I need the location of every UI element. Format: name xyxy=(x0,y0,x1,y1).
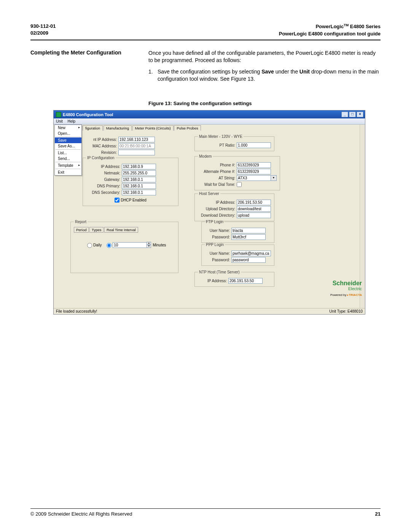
modem-group: Modem Phone #: Alternate Phone #: AT Str… xyxy=(194,154,280,190)
menu-help[interactable]: Help xyxy=(68,119,76,123)
report-group: Report Period Types Real Time Interval D… xyxy=(70,220,178,273)
menu-item-exit[interactable]: Exit xyxy=(55,169,81,175)
menu-item-template[interactable]: Template▸ xyxy=(55,163,81,168)
tabs: figuration Manufacturing Meter Points (C… xyxy=(83,125,201,131)
menu-item-list[interactable]: List... xyxy=(55,150,81,156)
status-message: File loaded successfully! xyxy=(56,309,97,313)
netmask-label: Netmask: xyxy=(86,171,122,175)
guide-title: PowerLogic E4800 configuration tool guid… xyxy=(279,30,381,37)
pt-ratio-input[interactable] xyxy=(237,142,271,148)
section-heading: Completing the Meter Configuration xyxy=(30,50,148,85)
at-string-input[interactable] xyxy=(237,175,271,181)
ppp-login-legend: PPP Login xyxy=(205,243,225,247)
page-number: 21 xyxy=(375,511,381,517)
ident-ip-input[interactable] xyxy=(118,137,155,142)
report-daily-radio[interactable] xyxy=(87,243,92,248)
step-1: 1. Save the configuration settings by se… xyxy=(148,68,381,83)
menu-separator xyxy=(56,169,81,169)
host-ip-label: IP Address: xyxy=(198,200,237,204)
dns-secondary-input[interactable] xyxy=(122,190,156,195)
unit-type: Unit Type: E488010 xyxy=(329,309,363,313)
report-minutes-radio[interactable] xyxy=(107,243,112,248)
report-tab-rti[interactable]: Real Time Interval xyxy=(104,227,138,233)
ntp-ip-label: IP Address: xyxy=(198,279,228,283)
ident-mac-label: MAC Address: xyxy=(83,144,118,148)
download-dir-label: Download Directory: xyxy=(198,213,237,217)
host-server-legend: Host Server xyxy=(198,192,220,196)
menu-item-open[interactable]: Open... xyxy=(55,131,81,136)
ppp-pass-input[interactable] xyxy=(231,257,266,263)
dns-primary-input[interactable] xyxy=(122,183,156,189)
chevron-right-icon: ▸ xyxy=(78,126,80,129)
host-server-group: Host Server IP Address: Upload Directory… xyxy=(194,192,274,221)
ftp-user-input[interactable] xyxy=(231,228,266,233)
tab-meter-points[interactable]: Meter Points (Circuits) xyxy=(132,125,174,131)
gateway-label: Gateway: xyxy=(86,177,122,182)
alt-phone-input[interactable] xyxy=(237,169,271,174)
at-string-combo[interactable]: ▼ xyxy=(237,175,277,181)
ppp-pass-label: Password: xyxy=(205,258,231,262)
ident-rev-label: Revision: xyxy=(83,150,118,155)
step-number: 1. xyxy=(148,68,158,83)
minimize-button[interactable]: _ xyxy=(341,112,348,117)
dial-tone-label: Wait for Dial Tone: xyxy=(198,182,237,187)
at-string-label: AT String: xyxy=(198,176,237,180)
phone-input[interactable] xyxy=(237,162,271,168)
tab-configuration[interactable]: figuration xyxy=(83,125,103,131)
minutes-input[interactable] xyxy=(113,242,147,248)
menu-separator xyxy=(56,137,81,137)
download-dir-input[interactable] xyxy=(237,212,271,218)
menu-unit[interactable]: Unit xyxy=(56,119,63,123)
netmask-input[interactable] xyxy=(122,170,156,176)
ntp-host-legend: NTP Host (Time Server) xyxy=(198,270,241,274)
menu-item-send[interactable]: Send... xyxy=(55,156,81,161)
gateway-input[interactable] xyxy=(122,177,156,182)
chevron-down-icon[interactable]: ▼ xyxy=(271,175,277,181)
ppp-user-input[interactable] xyxy=(231,251,271,256)
statusbar: File loaded successfully! Unit Type: E48… xyxy=(54,308,365,314)
menu-item-save-as[interactable]: Save As... xyxy=(55,143,81,149)
menu-item-save[interactable]: Save xyxy=(55,137,81,143)
unit-dropdown-menu: New▸ Open... Save Save As... List... Sen… xyxy=(54,125,82,176)
doc-date: 02/2009 xyxy=(30,30,56,37)
ntp-host-group: NTP Host (Time Server) IP Address: xyxy=(194,270,274,287)
ftp-user-label: User Name: xyxy=(205,228,231,233)
ip-address-label: IP Address: xyxy=(86,165,122,169)
page-header: 930-112-01 02/2009 PowerLogicTM E4800 Se… xyxy=(30,23,381,40)
figure-caption: Figure 13: Saving the configuration sett… xyxy=(148,101,381,106)
intro-paragraph: Once you have defined all of the configu… xyxy=(148,50,381,64)
ip-config-legend: IP Configuration xyxy=(86,156,116,160)
spin-up-icon[interactable]: ▲ xyxy=(147,242,151,245)
ntp-ip-input[interactable] xyxy=(228,278,263,284)
ident-mac-input[interactable] xyxy=(118,143,155,149)
ftp-pass-input[interactable] xyxy=(231,234,266,240)
maximize-button[interactable]: □ xyxy=(349,112,356,117)
alt-phone-label: Alternate Phone #: xyxy=(198,169,237,174)
upload-dir-label: Upload Directory: xyxy=(198,207,237,211)
report-legend: Report xyxy=(74,220,88,224)
ip-config-group: IP Configuration IP Address: Netmask: Ga… xyxy=(83,156,178,206)
ip-address-input[interactable] xyxy=(122,164,156,169)
minutes-stepper[interactable]: ▲ ▼ xyxy=(113,242,151,248)
pt-ratio-label: PT Ratio: xyxy=(198,143,237,147)
close-button[interactable]: × xyxy=(357,112,363,117)
dns-secondary-label: DNS Secondary: xyxy=(86,190,122,195)
dial-tone-checkbox[interactable] xyxy=(237,182,242,187)
tab-manufacturing[interactable]: Manufacturing xyxy=(104,125,132,131)
report-tab-period[interactable]: Period xyxy=(74,227,89,233)
menubar: Unit Help xyxy=(54,118,365,125)
dhcp-checkbox[interactable] xyxy=(115,198,119,203)
spin-down-icon[interactable]: ▼ xyxy=(147,245,151,248)
ident-rev-input[interactable] xyxy=(118,150,155,155)
phone-label: Phone #: xyxy=(198,163,237,167)
brand-block: Schneider Electric Powered by ▸TRIACTA xyxy=(330,280,362,297)
report-tab-types[interactable]: Types xyxy=(89,227,104,233)
host-ip-input[interactable] xyxy=(237,200,271,205)
window-title: E4800 Configuration Tool xyxy=(63,112,341,117)
ident-ip-label: nt IP Address: xyxy=(83,137,118,142)
tab-pulse-probes[interactable]: Pulse Probes xyxy=(174,125,201,131)
titlebar: E4800 Configuration Tool _ □ × xyxy=(54,110,365,118)
ftp-pass-label: Password: xyxy=(205,235,231,239)
upload-dir-input[interactable] xyxy=(237,206,271,212)
menu-item-new[interactable]: New▸ xyxy=(55,125,81,131)
